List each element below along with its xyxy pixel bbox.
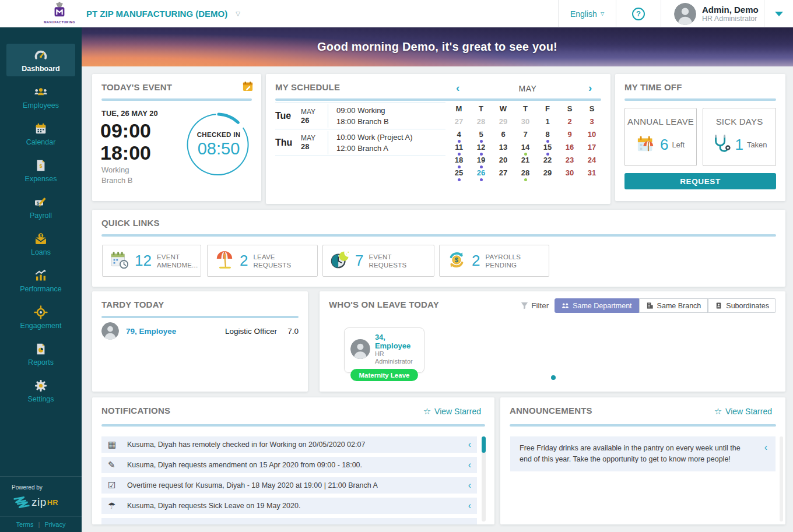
calendar-day[interactable]: 28 xyxy=(470,116,492,129)
terms-link[interactable]: Terms xyxy=(16,521,34,528)
notification-item[interactable]: Kusuma, Diyah requests Sick Leave on 19 … xyxy=(101,498,477,514)
request-button[interactable]: REQUEST xyxy=(624,173,776,189)
employee-name-link[interactable]: 34, Employee xyxy=(375,333,418,350)
same-branch-button[interactable]: Same Branch xyxy=(639,298,708,313)
annual-leave-box[interactable]: ANNUAL LEAVE 6 Left xyxy=(624,108,697,166)
announcement-item[interactable]: Free Friday drinks are available in the … xyxy=(510,436,776,471)
calendar-day[interactable]: 21 xyxy=(514,154,536,167)
filter-control[interactable]: Filter xyxy=(521,301,549,310)
calendar-day[interactable]: 8 xyxy=(536,129,559,142)
calendar-day[interactable]: 15 xyxy=(536,142,559,154)
notification-item[interactable]: Overtime request for Kusuma, Diyah - 18 … xyxy=(101,477,477,494)
view-starred-link[interactable]: View Starred xyxy=(423,406,481,417)
calendar-day[interactable]: 16 xyxy=(559,142,581,154)
calendar-day[interactable]: 23 xyxy=(559,154,581,167)
calendar-next-icon[interactable] xyxy=(588,82,592,94)
sidebar-item-dashboard[interactable]: Dashboard xyxy=(6,44,75,76)
card-title: TODAY'S EVENT xyxy=(101,82,172,92)
my-schedule-card: MY SCHEDULE MAY Tue MAY 26 09:00 Working… xyxy=(266,74,610,204)
calendar-day[interactable]: 5 xyxy=(470,129,492,142)
card-title: ANNOUNCEMENTS xyxy=(510,406,592,415)
notifications-scrollbar[interactable] xyxy=(482,436,486,522)
notification-item[interactable]: Kusuma, Diyah has remotely checked in fo… xyxy=(101,436,477,453)
calendar-day[interactable]: 14 xyxy=(514,142,536,154)
same-department-button[interactable]: Same Department xyxy=(555,298,638,313)
announcements-scrollbar[interactable] xyxy=(780,436,783,522)
sidebar-item-reports[interactable]: Reports xyxy=(6,337,75,370)
quick-link-event-amendments[interactable]: 12 EVENT AMENDME... xyxy=(102,245,201,277)
payroll-icon: $ xyxy=(34,195,48,210)
sidebar-item-calendar[interactable]: Calendar xyxy=(6,117,75,150)
quick-link-event-requests[interactable]: 7 EVENT REQUESTS xyxy=(322,245,434,277)
quick-link-payrolls-pending[interactable]: $ 2 PAYROLLS PENDING xyxy=(439,245,549,277)
calendar-prev-icon[interactable] xyxy=(456,82,459,94)
sidebar-item-engagement[interactable]: Engagement xyxy=(6,301,75,333)
calendar-day[interactable]: 12 xyxy=(470,142,492,154)
calendar-day[interactable]: 25 xyxy=(448,167,470,180)
calendar-day[interactable]: 10 xyxy=(581,129,603,142)
chevron-expand-icon[interactable] xyxy=(468,481,471,490)
user-profile[interactable]: Admin, Demo HR Administrator xyxy=(661,0,764,27)
employee-name-link[interactable]: 79, Employee xyxy=(126,327,176,336)
chevron-expand-icon[interactable] xyxy=(764,443,767,465)
help-button[interactable]: ? xyxy=(616,0,661,27)
notification-item[interactable]: Kusuma, Diyah requests amendment on 15 A… xyxy=(101,457,477,473)
event-end-time: 18:00 xyxy=(100,142,151,164)
calendar-day[interactable]: 22 xyxy=(536,154,559,167)
calendar-day[interactable]: 13 xyxy=(492,142,514,154)
on-leave-employee-card[interactable]: 34, Employee HR Administrator Maternity … xyxy=(344,327,424,373)
calendar-day[interactable]: 4 xyxy=(448,129,470,142)
calendar-day[interactable]: 20 xyxy=(492,154,514,167)
calendar-day[interactable]: 30 xyxy=(559,167,581,180)
user-name: Admin, Demo xyxy=(702,5,759,15)
sick-days-box[interactable]: SICK DAYS 1 Taken xyxy=(703,108,776,166)
profile-menu-toggle[interactable] xyxy=(764,0,793,27)
employee-role: HR Administrator xyxy=(375,350,418,365)
calendar-day[interactable]: 18 xyxy=(448,154,470,167)
calendar-day[interactable]: 9 xyxy=(559,129,581,142)
calendar-edit-icon[interactable] xyxy=(243,81,253,94)
calendar-day[interactable]: 28 xyxy=(514,167,536,180)
calendar-day[interactable]: 31 xyxy=(581,167,603,180)
sidebar-item-loans[interactable]: $ Loans xyxy=(6,227,75,260)
view-starred-link[interactable]: View Starred xyxy=(714,406,772,417)
calendar-day[interactable]: 27 xyxy=(492,167,514,180)
tardy-row[interactable]: 79, Employee Logistic Officer 7.0 xyxy=(101,322,299,340)
calendar-day[interactable]: 29 xyxy=(492,116,514,129)
privacy-link[interactable]: Privacy xyxy=(44,521,65,528)
calendar-day[interactable]: 11 xyxy=(448,142,470,154)
calendar-day[interactable]: 7 xyxy=(514,129,536,142)
chevron-expand-icon[interactable] xyxy=(468,440,471,449)
calendar-day[interactable]: 3 xyxy=(581,116,603,129)
company-logo[interactable]: MANUFACTURING xyxy=(42,1,77,24)
sidebar-item-settings[interactable]: Settings xyxy=(6,374,75,407)
sidebar-item-performance[interactable]: Performance xyxy=(6,264,75,297)
language-selector[interactable]: English xyxy=(558,0,616,27)
calendar-day[interactable]: 17 xyxy=(581,142,603,154)
schedule-row[interactable]: Tue MAY 26 09:00 Working 18:00 Branch B xyxy=(275,103,445,129)
calendar-day[interactable]: 6 xyxy=(492,129,514,142)
calendar-day[interactable]: 1 xyxy=(536,116,559,129)
calendar-day[interactable]: 30 xyxy=(514,116,536,129)
scrollbar-thumb[interactable] xyxy=(482,436,486,453)
calendar-day[interactable]: 2 xyxy=(559,116,581,129)
calendar-day[interactable]: 29 xyxy=(536,167,559,180)
quick-link-leave-requests[interactable]: 2 LEAVE REQUESTS xyxy=(207,245,318,277)
carousel-dot[interactable] xyxy=(551,375,556,380)
notification-icon xyxy=(108,480,121,491)
company-switcher[interactable]: PT ZIP MANUFACTURING (DEMO) xyxy=(86,0,240,27)
calendar-day[interactable]: 19 xyxy=(470,154,492,167)
sidebar-item-employees[interactable]: Employees xyxy=(6,80,75,113)
checkin-ring: CHECKED IN 08:50 xyxy=(182,108,255,181)
calendar-day[interactable]: 24 xyxy=(581,154,603,167)
calendar-day[interactable]: 27 xyxy=(448,116,470,129)
chevron-expand-icon[interactable] xyxy=(468,501,471,510)
calendar-day[interactable]: 26 xyxy=(470,167,492,180)
calendar-clock-icon xyxy=(110,250,129,272)
subordinates-button[interactable]: Subordinates xyxy=(708,298,776,313)
sidebar-item-payroll[interactable]: $ Payroll xyxy=(6,191,75,223)
chevron-expand-icon[interactable] xyxy=(468,460,471,470)
sidebar-item-expenses[interactable]: $ Expenses xyxy=(6,154,75,186)
schedule-row[interactable]: Thu MAY 28 10:00 Work (Project A) 12:00 … xyxy=(275,129,445,156)
ziphr-logo[interactable]: zipHR xyxy=(12,494,82,510)
